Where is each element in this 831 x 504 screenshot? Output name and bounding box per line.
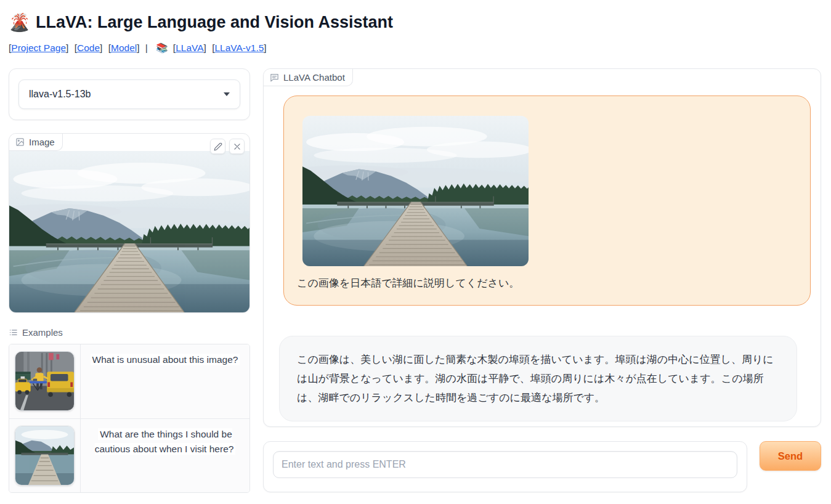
- user-message-text: この画像を日本語で詳細に説明してください。: [297, 277, 792, 290]
- image-icon: [15, 137, 25, 147]
- chevron-down-icon: [224, 92, 230, 96]
- books-icon: 📚: [156, 43, 168, 53]
- example-prompt-cell: What is unusual about this image?: [80, 344, 249, 418]
- example-row-cautious-visit[interactable]: What are the things I should be cautious…: [9, 418, 249, 492]
- composer-row: Send: [263, 441, 821, 492]
- bracket: ]: [66, 43, 68, 53]
- model-selector-card: llava-v1.5-13b: [9, 68, 250, 120]
- link-llava-v15-paper[interactable]: LLaVA-v1.5: [214, 43, 264, 53]
- bracket: ]: [204, 43, 206, 53]
- bracket: ]: [264, 43, 266, 53]
- bracket: ]: [137, 43, 139, 53]
- image-panel: Image: [9, 133, 250, 313]
- bracket: ]: [100, 43, 102, 53]
- lake-dock-thumb-photo: [15, 426, 74, 485]
- chatbot-label-text: LLaVA Chatbot: [283, 72, 345, 83]
- assistant-message-text: この画像は、美しい湖に面した簡素な木製の埠頭を描いています。埠頭は湖の中心に位置…: [297, 350, 779, 407]
- example-thumbnail-dock: [15, 426, 75, 486]
- link-llava-paper[interactable]: LLaVA: [176, 43, 203, 53]
- man-ironing-on-taxi-photo: [15, 352, 74, 410]
- model-dropdown[interactable]: llava-v1.5-13b: [18, 79, 240, 109]
- main-content: llava-v1.5-13b Image: [9, 68, 821, 493]
- example-thumbnail-taxi: [15, 351, 75, 411]
- left-column: llava-v1.5-13b Image: [9, 68, 250, 493]
- chatbot-panel: LLaVA Chatbot: [263, 68, 821, 427]
- link-model[interactable]: Model: [111, 43, 137, 53]
- link-code[interactable]: Code: [77, 43, 100, 53]
- lake-dock-photo: [9, 151, 249, 312]
- image-actions: [210, 139, 245, 154]
- lake-dock-photo: [302, 116, 529, 266]
- right-column: LLaVA Chatbot: [263, 68, 821, 492]
- example-prompt-cell: What are the things I should be cautious…: [80, 419, 249, 492]
- uploaded-image: [9, 151, 249, 312]
- image-panel-label: Image: [9, 134, 63, 151]
- examples-label: Examples: [9, 327, 250, 338]
- examples-label-text: Examples: [22, 327, 63, 338]
- app: 🌋 LLaVA: Large Language and Vision Assis…: [0, 0, 831, 493]
- close-icon: [233, 142, 241, 151]
- chat-text-input[interactable]: [273, 451, 737, 478]
- model-dropdown-value: llava-v1.5-13b: [29, 89, 91, 100]
- assistant-message: この画像は、美しい湖に面した簡素な木製の埠頭を描いています。埠頭は湖の中心に位置…: [279, 336, 797, 421]
- clear-image-button[interactable]: [229, 139, 245, 154]
- nav-code-group: [Code]: [75, 43, 103, 53]
- chat-bubble-icon: [270, 73, 279, 82]
- nav-llava-paper-group: [LLaVA]: [173, 43, 206, 53]
- link-project-page[interactable]: Project Page: [11, 43, 66, 53]
- nav-llava15-paper-group: [LLaVA-v1.5]: [212, 43, 266, 53]
- list-icon: [9, 328, 18, 337]
- nav-separator: |: [145, 43, 148, 53]
- example-prompt-text: What are the things I should be cautious…: [95, 428, 236, 455]
- page-title-text: LLaVA: Large Language and Vision Assista…: [36, 13, 393, 32]
- image-panel-label-text: Image: [29, 137, 55, 147]
- send-button[interactable]: Send: [760, 441, 821, 471]
- user-message-image: [302, 116, 529, 266]
- chatbot-label: LLaVA Chatbot: [264, 69, 353, 86]
- example-prompt-text: What is unusual about this image?: [91, 354, 240, 365]
- pencil-icon: [214, 142, 222, 151]
- user-message: この画像を日本語で詳細に説明してください。: [283, 96, 811, 306]
- text-input-card: [263, 441, 747, 492]
- header-links: [Project Page] [Code] [Model] | 📚 [LLaVA…: [9, 43, 821, 54]
- examples-table: What is unusual about this image?: [9, 344, 250, 493]
- nav-project-page-group: [Project Page]: [9, 43, 68, 53]
- example-row-unusual-image[interactable]: What is unusual about this image?: [9, 344, 249, 418]
- page-title: 🌋 LLaVA: Large Language and Vision Assis…: [9, 12, 821, 33]
- volcano-icon: 🌋: [9, 12, 30, 33]
- edit-image-button[interactable]: [210, 139, 225, 154]
- nav-model-group: [Model]: [108, 43, 140, 53]
